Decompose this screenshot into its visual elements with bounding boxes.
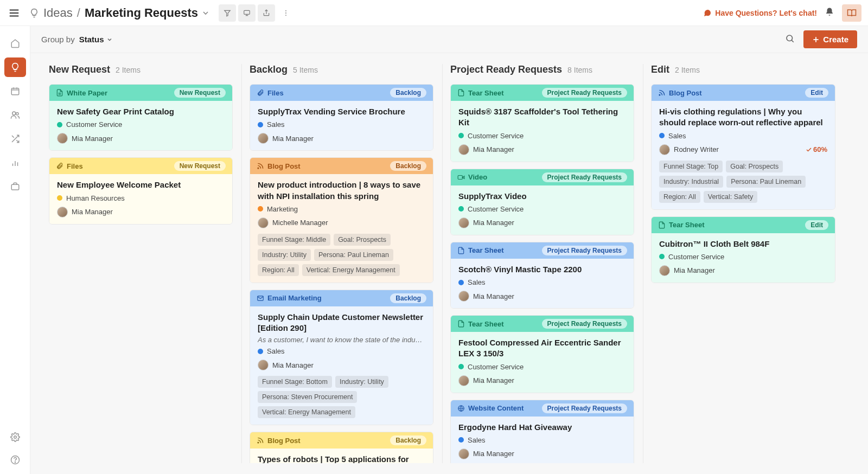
file-icon bbox=[658, 221, 666, 229]
tag[interactable]: Funnel Stage: Bottom bbox=[258, 376, 332, 388]
search-icon bbox=[785, 34, 795, 43]
toolbar-buttons bbox=[219, 4, 295, 22]
sidebar-item-briefcase[interactable] bbox=[4, 177, 26, 196]
tag[interactable]: Funnel Stage: Top bbox=[659, 161, 723, 172]
mail-icon bbox=[257, 294, 264, 302]
svg-marker-3 bbox=[225, 10, 231, 16]
display-button[interactable] bbox=[238, 4, 256, 22]
sidebar bbox=[0, 26, 30, 474]
sidebar-item-help[interactable] bbox=[4, 450, 26, 470]
breadcrumb-root[interactable]: Ideas bbox=[43, 6, 73, 20]
svg-point-27 bbox=[787, 35, 793, 41]
card-body: Hi-vis clothing regulations | Why you sh… bbox=[652, 101, 835, 209]
share-button[interactable] bbox=[258, 4, 275, 22]
sidebar-item-shuffle[interactable] bbox=[4, 129, 26, 149]
board-card[interactable]: Blog Post Backlog Types of robots | Top … bbox=[250, 432, 433, 463]
column-body[interactable]: White Paper New Request New Safety Gear … bbox=[49, 84, 234, 463]
users-icon bbox=[10, 110, 20, 120]
card-department: Sales bbox=[458, 278, 626, 286]
board-card[interactable]: Tear Sheet Project Ready Requests Squids… bbox=[450, 84, 634, 162]
board-card[interactable]: Blog Post Edit Hi-vis clothing regulatio… bbox=[651, 84, 835, 210]
chevron-down-icon bbox=[106, 36, 113, 43]
card-department: Customer Service bbox=[659, 253, 827, 261]
tag[interactable]: Goal: Prospects bbox=[726, 161, 783, 172]
board-card[interactable]: Tear Sheet Project Ready Requests Festoo… bbox=[450, 315, 634, 393]
tag[interactable]: Region: All bbox=[258, 264, 299, 276]
barchart-icon bbox=[10, 158, 20, 168]
status-chip: New Request bbox=[174, 88, 226, 98]
card-header: Email Marketing Backlog bbox=[250, 290, 433, 306]
sidebar-item-ideas[interactable] bbox=[4, 57, 26, 77]
tag[interactable]: Persona: Paul Lineman bbox=[314, 249, 393, 261]
svg-point-9 bbox=[285, 12, 286, 14]
board-card[interactable]: Video Project Ready Requests SupplyTrax … bbox=[450, 169, 634, 235]
board-card[interactable]: Tear Sheet Edit Cubitron™ II Cloth Belt … bbox=[651, 216, 835, 283]
card-department: Marketing bbox=[258, 205, 425, 213]
tag[interactable]: Industry: Utility bbox=[335, 376, 388, 388]
group-by-dropdown[interactable]: Status bbox=[79, 35, 113, 44]
card-header: Files Backlog bbox=[250, 85, 433, 101]
tag[interactable]: Industry: Utility bbox=[258, 249, 311, 261]
kanban-board[interactable]: New Request2 Items White Paper New Reque… bbox=[30, 53, 868, 474]
create-button[interactable]: Create bbox=[803, 30, 857, 48]
card-tags: Funnel Stage: BottomIndustry: UtilityPer… bbox=[258, 376, 425, 418]
status-chip: Project Ready Requests bbox=[542, 403, 627, 413]
svg-point-16 bbox=[16, 113, 18, 116]
card-body: Squids® 3187 Scaffolder's Tool Tethering… bbox=[451, 101, 634, 162]
tag[interactable]: Funnel Stage: Middle bbox=[258, 234, 330, 246]
plus-icon bbox=[812, 36, 820, 43]
filter-button[interactable] bbox=[219, 4, 236, 22]
card-type-label: Blog Post bbox=[669, 89, 702, 97]
sidebar-item-settings[interactable] bbox=[4, 427, 26, 447]
menu-toggle[interactable] bbox=[7, 5, 22, 21]
avatar bbox=[458, 144, 469, 155]
search-button[interactable] bbox=[785, 34, 795, 45]
dept-name: Customer Service bbox=[668, 253, 724, 261]
tag[interactable]: Industry: Industrial bbox=[659, 176, 723, 188]
card-title: Scotch® Vinyl Mastic Tape 2200 bbox=[458, 264, 626, 275]
card-header: Tear Sheet Project Ready Requests bbox=[451, 85, 634, 101]
card-owner: Mia Manager bbox=[458, 449, 626, 459]
board-card[interactable]: Files New Request New Employee Welcome P… bbox=[49, 157, 233, 224]
column-body[interactable]: Blog Post Edit Hi-vis clothing regulatio… bbox=[651, 84, 837, 463]
card-owner: Mia Manager bbox=[659, 265, 827, 276]
status-chip: Project Ready Requests bbox=[542, 319, 627, 329]
more-button[interactable] bbox=[277, 4, 295, 22]
notifications-button[interactable] bbox=[825, 7, 834, 18]
card-body: Ergodyne Hard Hat Giveaway Sales Mia Man… bbox=[451, 417, 634, 464]
tag[interactable]: Region: All bbox=[659, 191, 700, 203]
column-body[interactable]: Tear Sheet Project Ready Requests Squids… bbox=[450, 84, 635, 463]
sidebar-item-analytics[interactable] bbox=[4, 153, 26, 172]
tag[interactable]: Persona: Steven Procurement bbox=[258, 391, 357, 403]
file-icon bbox=[457, 320, 465, 328]
card-type-label: Blog Post bbox=[267, 162, 301, 170]
dept-dot-icon bbox=[258, 206, 263, 212]
guide-button[interactable] bbox=[842, 4, 861, 22]
sidebar-item-calendar[interactable] bbox=[4, 81, 26, 101]
card-body: Supply Chain Update Customer Newsletter … bbox=[250, 306, 433, 425]
chat-label: Have Questions? Let's chat! bbox=[715, 9, 817, 17]
shuffle-icon bbox=[10, 134, 20, 144]
tag[interactable]: Vertical: Energy Management bbox=[302, 264, 400, 276]
tag[interactable]: Vertical: Safety bbox=[704, 191, 757, 203]
tag[interactable]: Persona: Paul Lineman bbox=[726, 176, 806, 188]
sidebar-item-team[interactable] bbox=[4, 105, 26, 125]
tag[interactable]: Vertical: Energy Management bbox=[258, 406, 355, 418]
tag[interactable]: Goal: Prospects bbox=[334, 234, 391, 246]
avatar bbox=[458, 291, 469, 302]
board-card[interactable]: Blog Post Backlog New product introducti… bbox=[250, 157, 433, 283]
column-body[interactable]: Files Backlog SupplyTrax Vending Service… bbox=[250, 84, 435, 463]
board-card[interactable]: Email Marketing Backlog Supply Chain Upd… bbox=[250, 290, 433, 426]
card-header: Blog Post Backlog bbox=[250, 158, 433, 174]
dept-dot-icon bbox=[458, 280, 464, 285]
status-chip: Project Ready Requests bbox=[542, 172, 627, 182]
chevron-down-icon[interactable] bbox=[201, 9, 210, 17]
sidebar-item-home[interactable] bbox=[4, 34, 26, 53]
board-card[interactable]: White Paper New Request New Safety Gear … bbox=[49, 84, 233, 151]
card-title: Supply Chain Update Customer Newsletter … bbox=[258, 312, 425, 334]
board-card[interactable]: Tear Sheet Project Ready Requests Scotch… bbox=[450, 242, 634, 309]
breadcrumb-current[interactable]: Marketing Requests bbox=[85, 6, 198, 20]
board-card[interactable]: Website Content Project Ready Requests E… bbox=[450, 400, 634, 464]
chat-link[interactable]: Have Questions? Let's chat! bbox=[703, 9, 817, 17]
board-card[interactable]: Files Backlog SupplyTrax Vending Service… bbox=[250, 84, 433, 151]
